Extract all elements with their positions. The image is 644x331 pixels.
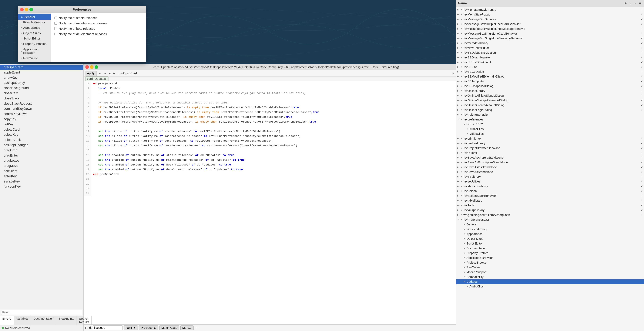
line-content-8[interactable]: if revIDEGetPreference("cNotifyMeOfBetaR… <box>91 115 292 119</box>
tree-item-revsaveasstandalone[interactable]: ▶■revSaveAsStandalone✓ <box>456 170 644 174</box>
filter-input[interactable] <box>1 310 82 315</box>
back-icon[interactable]: ◀ <box>108 71 112 75</box>
code-maximize-button[interactable] <box>94 65 98 69</box>
tree-item-revmessageboxbehavior[interactable]: ▶■revMessageBoxBehavior✓ <box>456 17 644 22</box>
handler-item-dragmove[interactable]: dragMove <box>0 163 84 168</box>
line-content-16[interactable]: set the enabled of button "Notify me of … <box>91 153 234 158</box>
tab-documentation[interactable]: Documentation <box>31 316 56 325</box>
line-content-10[interactable] <box>91 124 93 129</box>
line-content-7[interactable]: if revIDEGetPreference("cNotifyMeOfMaint… <box>91 110 320 115</box>
code-minimize-button[interactable] <box>90 65 94 69</box>
tree-item-revsemodifiedexternallydialog[interactable]: ▶■revSEModifiedExternallyDialog✓ <box>456 74 644 79</box>
tree-item-project-browser[interactable]: ■Project Browser <box>456 260 644 265</box>
prefs-sidebar-item-objectsizes[interactable]: ○ Object Sizes <box>18 30 51 36</box>
tree-item-revsetemplate[interactable]: ▶■revSETemplate✓ <box>456 79 644 84</box>
handler-item-closestack[interactable]: closeStack <box>0 96 84 101</box>
tree-item-revsplash[interactable]: ▶■revSplash✓ <box>456 189 644 193</box>
tree-item-revseeditbreakpoint[interactable]: ▶■revSEEditBreakpoint✓ <box>456 60 644 64</box>
tree-item-revsegodialog[interactable]: ▶■revSEGoDialog✓ <box>456 69 644 74</box>
tree-item-revprofileslibrary[interactable]: ▶■revprofileslibrary✓ <box>456 141 644 146</box>
line-content-22[interactable] <box>91 181 93 186</box>
tree-item-revsaveasemscriptenstandalone[interactable]: ▶■revSaveAsEmscriptenStandalone✓ <box>456 160 644 165</box>
handler-item-editscript[interactable]: editScript <box>0 168 84 174</box>
tree-item-revsblibrary[interactable]: ▶■revSBLibrary✓ <box>456 174 644 179</box>
line-content-9[interactable]: if revIDEGetPreference("cNotifyMeOfDevel… <box>91 119 316 124</box>
handler-item-appleevent[interactable]: appleEvent <box>0 70 84 75</box>
tree-item-revprojectbrowserbehavior[interactable]: ▶■revProjectBrowserBehavior✓ <box>456 146 644 150</box>
tab-breakpoints[interactable]: Breakpoints <box>56 316 77 325</box>
tree-item-appearance[interactable]: ■Appearance <box>456 232 644 236</box>
tree-item-videoclips[interactable]: ■VideoClips <box>456 131 644 136</box>
tree-item-revsefind[interactable]: ▶■revSEFind✓ <box>456 64 644 69</box>
maximize-button[interactable] <box>30 8 33 11</box>
tree-item-revonlinelibrary[interactable]: ▶■revOnlineLibrary✓ <box>456 88 644 93</box>
handler-item-dragleave[interactable]: dragLeave <box>0 158 84 163</box>
prefs-sidebar-item-general[interactable]: ⊙ General <box>18 14 51 20</box>
tree-item-revmenuitemstylepopup[interactable]: ▶■revMenuItemStylePopup✓ <box>456 7 644 12</box>
handler-item-deletecard[interactable]: deleteCard <box>0 127 84 132</box>
tree-item-revonline[interactable]: ■RevOnline <box>456 265 644 270</box>
code-area[interactable]: 1on preOpenCard2 local tEnable3 -- PM-20… <box>84 81 456 325</box>
tree-item-revonlinecreateaccountdialog[interactable]: ▶■revOnlineCreateAccountDialog✓ <box>456 103 644 107</box>
prefs-sidebar-item-propertyprofiles[interactable]: ○ Property Profiles <box>18 41 51 46</box>
line-content-21[interactable] <box>91 177 93 181</box>
panel-eye-icon[interactable]: 👁 <box>638 1 642 5</box>
code-close-button[interactable] <box>85 65 89 69</box>
undo-icon[interactable]: ↩ <box>98 71 102 75</box>
handler-item-copykey[interactable]: copyKey <box>0 117 84 122</box>
more-button[interactable]: More... <box>180 326 194 330</box>
panel-icon-a[interactable]: A <box>624 1 628 5</box>
find-input[interactable] <box>93 326 123 330</box>
panel-icon-small-a[interactable]: a <box>628 1 633 5</box>
handler-item-preopencard[interactable]: preOpenCard <box>0 65 84 70</box>
line-content-20[interactable]: end preOpenCard <box>91 172 118 177</box>
tree-item-revonlinechangepassworddialog[interactable]: ▶■revOnlineChangePasswordDialog✓ <box>456 98 644 103</box>
line-content-14[interactable]: set the hilite of button "Notify me of d… <box>91 143 297 148</box>
handler-item-desktopchanged[interactable]: desktopChanged <box>0 143 84 148</box>
tree-item-revonlineaffiliatesignupdialog[interactable]: ▶■revOnlineAffiliateSignupDialog✓ <box>456 93 644 98</box>
line-content-1[interactable]: on preOpenCard <box>91 81 117 86</box>
tab-search-results[interactable]: Search Results <box>77 316 92 325</box>
handler-item-controlkeydown[interactable]: controlKeyDown <box>0 111 84 117</box>
apply-button[interactable]: Apply <box>85 71 97 76</box>
tree-item-application-browser[interactable]: ■Application Browser <box>456 255 644 260</box>
tree-item-revpreferences[interactable]: ▼■revpreferences <box>456 117 644 122</box>
line-content-18[interactable]: set the enabled of button "Notify me of … <box>91 162 231 167</box>
next-button[interactable]: Next ▼ <box>124 326 138 330</box>
tree-item-revprintlibrary[interactable]: ▶■revprintlibrary✓ <box>456 136 644 141</box>
prefs-sidebar-item-revonline[interactable]: ○ RevOnline <box>18 55 51 61</box>
tree-item-revmessageboxmultiplelinesmessagebehavio[interactable]: ▶■revMessageBoxMultipleLinesMessageBehav… <box>456 26 644 31</box>
tree-item-revseunapplieddialog[interactable]: ▶■revSEUnappliedDialog✓ <box>456 84 644 88</box>
line-content-13[interactable]: set the hilite of button "Notify me of b… <box>91 138 274 143</box>
line-content-24[interactable] <box>91 191 93 196</box>
tree-item-compatibility[interactable]: ■Compatibility <box>456 275 644 279</box>
handler-item-backspacekey[interactable]: backspaceKey <box>0 80 84 85</box>
beta-checkbox[interactable] <box>54 27 57 30</box>
tree-item-general[interactable]: ■General <box>456 222 644 227</box>
minimize-button[interactable] <box>25 8 28 11</box>
prefs-sidebar-item-appearance[interactable]: ○ Appearance <box>18 25 51 30</box>
tree-item-revsplashstackbehavior[interactable]: ▶■revSplashStackBehavior✓ <box>456 193 644 198</box>
maintenance-checkbox[interactable] <box>54 22 57 24</box>
line-content-5[interactable]: ## Set boolean defaults for the preferen… <box>91 100 229 105</box>
tree-item-ws-goulding-script-library-mergjson[interactable]: ▶■ws.goulding.script-library.mergJson✓ <box>456 213 644 217</box>
tree-item-revpalettebehavior[interactable]: ▶■revPaletteBehavior <box>456 112 644 117</box>
tree-item-revmenustylepopup[interactable]: ▶■revMenuStylePopup✓ <box>456 12 644 17</box>
tree-item-audioclips[interactable]: ■AudioClips <box>456 284 644 289</box>
tree-item-revonlinelogindialog[interactable]: ▶■revOnlineLoginDialog✓ <box>456 107 644 112</box>
line-content-11[interactable]: set the hilite of button "Notify me of s… <box>91 129 280 134</box>
line-content-17[interactable]: set the enabled of button "Notify me of … <box>91 158 244 162</box>
handler-item-enterkey[interactable]: enterKey <box>0 174 84 179</box>
prefs-sidebar-item-scripteditor[interactable]: ○ Script Editor <box>18 36 51 41</box>
line-content-15[interactable] <box>91 148 93 153</box>
handler-item-dragdrop[interactable]: dragDrop <box>0 148 84 153</box>
tree-item-mobile-support[interactable]: ■Mobile Support <box>456 270 644 275</box>
handler-item-commandkeydown[interactable]: commandKeyDown <box>0 106 84 111</box>
tree-item-revmessageboxsinglelinecardbehavior[interactable]: ▶■revMessageBoxSingleLineCardBehavior✓ <box>456 31 644 36</box>
tab-errors[interactable]: Errors <box>0 316 14 325</box>
tree-item-revxmlrpclibrary[interactable]: ▶■revxmlrpclibrary✓ <box>456 208 644 213</box>
settings-icon[interactable]: ⚙ <box>450 71 455 75</box>
prefs-sidebar-item-files[interactable]: ○ Files & Memory <box>18 20 51 25</box>
tree-item-revshortcutslibrary[interactable]: ▶■revshortcutslibrary✓ <box>456 184 644 189</box>
handler-item-arrowkey[interactable]: arrowKey <box>0 75 84 80</box>
